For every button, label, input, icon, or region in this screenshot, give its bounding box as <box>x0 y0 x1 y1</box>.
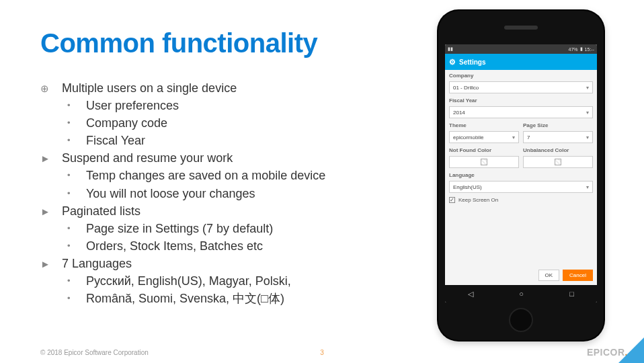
sub-bullet: •Page size in Settings (7 by default) <box>40 220 403 237</box>
sub-bullet: •Orders, Stock Items, Batches etc <box>40 237 403 255</box>
bullet-marker-triangle-icon: ► <box>40 255 62 272</box>
theme-select[interactable]: epicormobile ▾ <box>449 131 519 143</box>
recent-icon[interactable]: □ <box>569 290 574 298</box>
app-header-title: Settings <box>459 58 485 66</box>
label-language: Language <box>445 169 597 179</box>
sub-bullet: •Temp changes are saved on a mobile devi… <box>40 167 403 184</box>
chevron-down-icon: ▾ <box>586 85 589 91</box>
language-value: English(US) <box>453 184 482 190</box>
phone-mockup: ▮▮ 47% ▮ 15:-- ⚙ Settings Company 01 - D… <box>438 11 604 340</box>
bullet-item: ► 7 Languages <box>40 255 403 272</box>
language-select[interactable]: English(US) ▾ <box>449 181 593 193</box>
bullet-item: ► Suspend and resume your work <box>40 149 403 167</box>
cancel-button[interactable]: Cancel <box>563 270 593 281</box>
slide-content: ⊕ Multiple users on a single device •Use… <box>40 79 403 307</box>
dot-icon: • <box>67 132 86 147</box>
back-icon[interactable]: ◁ <box>468 290 473 298</box>
dot-icon: • <box>67 185 86 200</box>
dot-icon: • <box>67 97 86 112</box>
chevron-down-icon: ▾ <box>586 134 589 140</box>
unbalanced-color-picker[interactable] <box>523 156 593 168</box>
slide: Common functionality ⊕ Multiple users on… <box>0 0 644 363</box>
page-title: Common functionality <box>40 28 317 58</box>
status-bar: ▮▮ 47% ▮ 15:-- <box>445 44 597 54</box>
sub-bullet-text: User preferences <box>86 97 403 114</box>
phone-home-button <box>509 308 533 332</box>
sub-bullet: •Română, Suomi, Svenska, 中文(□体) <box>40 290 403 307</box>
clock: 15:-- <box>585 47 594 52</box>
page-size-value: 7 <box>527 134 530 140</box>
label-unbalanced-color: Unbalanced Color <box>523 145 593 155</box>
keep-screen-on-label: Keep Screen On <box>458 197 498 203</box>
theme-value: epicormobile <box>453 134 483 140</box>
bullet-item: ► Paginated lists <box>40 202 403 220</box>
battery-icon: ▮ <box>580 46 583 52</box>
app-header: ⚙ Settings <box>445 54 597 70</box>
dot-icon: • <box>67 272 86 288</box>
sub-bullet-text: Temp changes are saved on a mobile devic… <box>86 167 403 184</box>
color-swatch-icon <box>555 159 561 165</box>
company-value: 01 - Drillco <box>453 85 479 91</box>
color-swatch-icon <box>481 159 487 165</box>
sub-bullet: •Русский, English(US), Magyar, Polski, <box>40 272 403 290</box>
sub-bullet-text: Fiscal Year <box>86 132 403 149</box>
sub-bullet: •Company code <box>40 114 403 132</box>
bullet-text: 7 Languages <box>62 255 403 272</box>
sub-bullet-text: You will not loose your changes <box>86 185 403 202</box>
page-size-select[interactable]: 7 ▾ <box>523 131 593 143</box>
chevron-down-icon: ▾ <box>586 184 589 190</box>
label-theme: Theme <box>449 120 519 130</box>
slide-footer: © 2018 Epicor Software Corporation 3 EPI… <box>0 341 644 363</box>
android-nav-bar: ◁ ○ □ <box>445 285 597 302</box>
dot-icon: • <box>67 237 86 253</box>
bullet-marker-triangle-icon: ► <box>40 149 62 166</box>
phone-earpiece <box>504 26 538 30</box>
corner-accent <box>618 337 644 363</box>
sub-bullet-text: Company code <box>86 114 403 132</box>
sub-bullet: •You will not loose your changes <box>40 185 403 202</box>
keep-screen-on-row[interactable]: ✓ Keep Screen On <box>449 197 593 203</box>
chevron-down-icon: ▾ <box>512 134 515 140</box>
sub-bullet-text: Page size in Settings (7 by default) <box>86 220 403 237</box>
phone-screen: ▮▮ 47% ▮ 15:-- ⚙ Settings Company 01 - D… <box>445 44 597 302</box>
checkbox-icon: ✓ <box>449 197 455 203</box>
status-bar-right: 47% ▮ 15:-- <box>569 46 594 52</box>
dot-icon: • <box>67 290 86 305</box>
dot-icon: • <box>67 114 86 130</box>
battery-level: 47% <box>569 47 578 52</box>
chevron-down-icon: ▾ <box>586 110 589 116</box>
not-found-color-picker[interactable] <box>449 156 519 168</box>
dot-icon: • <box>67 167 86 182</box>
signal-icon: ▮▮ <box>448 46 453 52</box>
sub-bullet-text: Русский, English(US), Magyar, Polski, <box>86 272 403 290</box>
bullet-text: Multiple users on a single device <box>62 79 403 97</box>
phone-home-area <box>438 307 604 333</box>
bullet-item: ⊕ Multiple users on a single device <box>40 79 403 97</box>
label-not-found-color: Not Found Color <box>449 145 519 155</box>
status-bar-left: ▮▮ <box>448 46 453 52</box>
bullet-text: Suspend and resume your work <box>62 149 403 167</box>
sub-bullet-text: Orders, Stock Items, Batches etc <box>86 237 403 255</box>
label-fiscal-year: Fiscal Year <box>445 95 597 105</box>
page-number: 3 <box>320 349 324 356</box>
sub-bullet-text: Română, Suomi, Svenska, 中文(□体) <box>86 290 403 307</box>
copyright: © 2018 Epicor Software Corporation <box>40 349 149 356</box>
home-icon[interactable]: ○ <box>519 290 524 298</box>
sub-bullet: •User preferences <box>40 97 403 114</box>
company-select[interactable]: 01 - Drillco ▾ <box>449 81 593 93</box>
bullet-marker-triangle-icon: ► <box>40 202 62 219</box>
button-row: OK Cancel <box>538 270 593 281</box>
dot-icon: • <box>67 220 86 235</box>
fiscal-year-select[interactable]: 2014 ▾ <box>449 106 593 118</box>
sub-bullet: •Fiscal Year <box>40 132 403 149</box>
bullet-marker-circle-plus-icon: ⊕ <box>40 79 62 96</box>
ok-button[interactable]: OK <box>538 270 560 281</box>
fiscal-year-value: 2014 <box>453 110 465 116</box>
bullet-text: Paginated lists <box>62 202 403 220</box>
gear-icon: ⚙ <box>449 58 456 67</box>
label-company: Company <box>445 70 597 80</box>
label-page-size: Page Size <box>523 120 593 130</box>
